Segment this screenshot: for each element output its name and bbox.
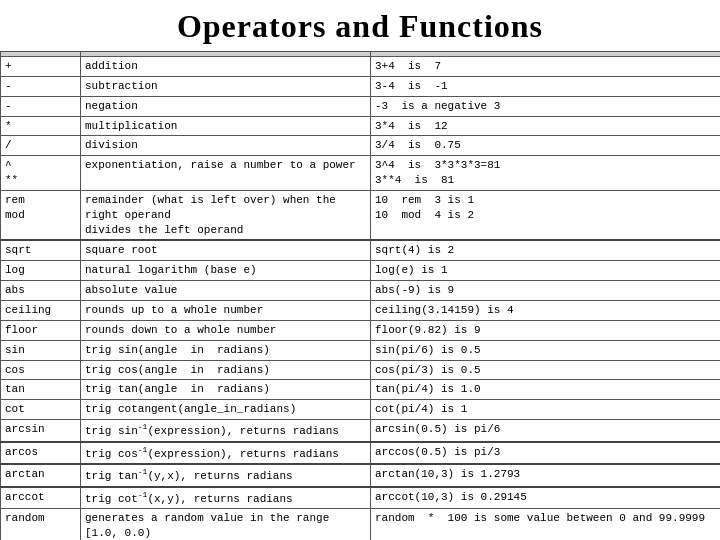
cell-example: random * 100 is some value between 0 and… [371,509,721,540]
cell-example: arctan(10,3) is 1.2793 [371,464,721,487]
cell-example: sin(pi/6) is 0.5 [371,340,721,360]
cell-operation: random [1,509,81,540]
cell-description: negation [81,96,371,116]
table-row: tantrig tan(angle in radians)tan(pi/4) i… [1,380,721,400]
cell-description: rounds down to a whole number [81,320,371,340]
table-row: randomgenerates a random value in the ra… [1,509,721,540]
cell-example: arccos(0.5) is pi/3 [371,442,721,465]
cell-description: multiplication [81,116,371,136]
table-row: arctantrig tan-1(y,x), returns radiansar… [1,464,721,487]
cell-description: absolute value [81,281,371,301]
cell-description: trig sin(angle in radians) [81,340,371,360]
cell-description: subtraction [81,76,371,96]
cell-operation: arcos [1,442,81,465]
table-row: arcsintrig sin-1(expression), returns ra… [1,420,721,442]
cell-operation: ceiling [1,300,81,320]
cell-description: exponentiation, raise a number to a powe… [81,156,371,191]
cell-description: trig sin-1(expression), returns radians [81,420,371,442]
page-title: Operators and Functions [0,0,720,51]
cell-operation: floor [1,320,81,340]
cell-example: cos(pi/3) is 0.5 [371,360,721,380]
cell-example: cot(pi/4) is 1 [371,400,721,420]
cell-example: 3^4 is 3*3*3*3=81 3**4 is 81 [371,156,721,191]
cell-description: rounds up to a whole number [81,300,371,320]
cell-description: natural logarithm (base e) [81,261,371,281]
cell-example: floor(9.82) is 9 [371,320,721,340]
cell-example: 3+4 is 7 [371,57,721,77]
table-row: arccottrig cot-1(x,y), returns radiansar… [1,487,721,509]
cell-operation: ^ ** [1,156,81,191]
cell-description: remainder (what is left over) when the r… [81,190,371,240]
cell-operation: log [1,261,81,281]
table-row: absabsolute valueabs(-9) is 9 [1,281,721,301]
table-row: /division3/4 is 0.75 [1,136,721,156]
cell-description: division [81,136,371,156]
cell-description: generates a random value in the range [1… [81,509,371,540]
table-row: -negation-3 is a negative 3 [1,96,721,116]
cell-description: trig cot-1(x,y), returns radians [81,487,371,509]
cell-operation: arctan [1,464,81,487]
cell-example: log(e) is 1 [371,261,721,281]
cell-operation: - [1,96,81,116]
cell-operation: + [1,57,81,77]
cell-operation: arcsin [1,420,81,442]
cell-description: square root [81,240,371,260]
table-row: lognatural logarithm (base e)log(e) is 1 [1,261,721,281]
cell-example: tan(pi/4) is 1.0 [371,380,721,400]
cell-example: 3-4 is -1 [371,76,721,96]
cell-operation: * [1,116,81,136]
table-row: ceilingrounds up to a whole numberceilin… [1,300,721,320]
table-row: costrig cos(angle in radians)cos(pi/3) i… [1,360,721,380]
table-row: ^ **exponentiation, raise a number to a … [1,156,721,191]
table-row: sqrtsquare rootsqrt(4) is 2 [1,240,721,260]
cell-description: trig tan(angle in radians) [81,380,371,400]
operators-table: +addition3+4 is 7-subtraction3-4 is -1-n… [0,51,720,540]
cell-operation: rem mod [1,190,81,240]
table-row: sintrig sin(angle in radians)sin(pi/6) i… [1,340,721,360]
cell-example: sqrt(4) is 2 [371,240,721,260]
cell-example: 3*4 is 12 [371,116,721,136]
table-row: cottrig cotangent(angle_in_radians)cot(p… [1,400,721,420]
cell-example: 3/4 is 0.75 [371,136,721,156]
cell-example: 10 rem 3 is 1 10 mod 4 is 2 [371,190,721,240]
cell-operation: arccot [1,487,81,509]
cell-operation: - [1,76,81,96]
cell-operation: tan [1,380,81,400]
cell-description: trig cotangent(angle_in_radians) [81,400,371,420]
cell-operation: cos [1,360,81,380]
cell-description: trig cos-1(expression), returns radians [81,442,371,465]
cell-operation: cot [1,400,81,420]
cell-operation: sqrt [1,240,81,260]
cell-operation: abs [1,281,81,301]
table-row: arcostrig cos-1(expression), returns rad… [1,442,721,465]
cell-example: -3 is a negative 3 [371,96,721,116]
cell-operation: / [1,136,81,156]
table-row: *multiplication3*4 is 12 [1,116,721,136]
table-row: +addition3+4 is 7 [1,57,721,77]
cell-example: arccot(10,3) is 0.29145 [371,487,721,509]
cell-operation: sin [1,340,81,360]
cell-description: trig cos(angle in radians) [81,360,371,380]
cell-description: addition [81,57,371,77]
table-row: floorrounds down to a whole numberfloor(… [1,320,721,340]
cell-example: abs(-9) is 9 [371,281,721,301]
cell-description: trig tan-1(y,x), returns radians [81,464,371,487]
cell-example: arcsin(0.5) is pi/6 [371,420,721,442]
cell-example: ceiling(3.14159) is 4 [371,300,721,320]
table-row: -subtraction3-4 is -1 [1,76,721,96]
table-row: rem modremainder (what is left over) whe… [1,190,721,240]
